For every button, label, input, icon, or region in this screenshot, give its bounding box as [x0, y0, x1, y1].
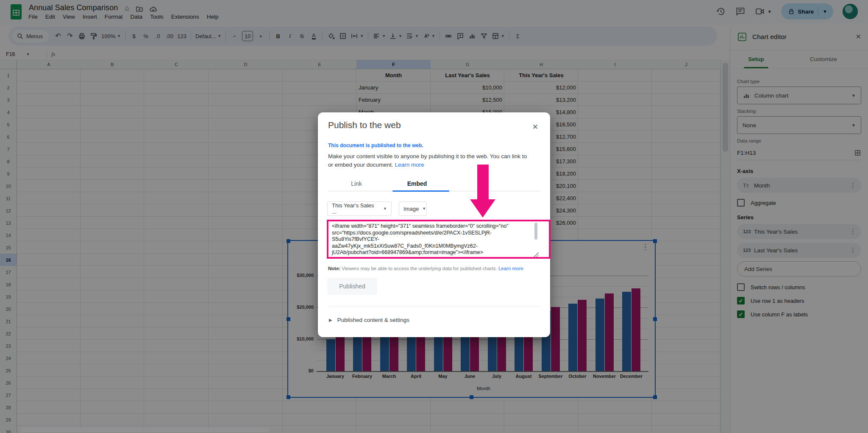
published-content-dropdown[interactable]: This Year's Sales ... ▼ — [327, 201, 392, 216]
format-dropdown-value: Image — [403, 206, 419, 212]
dialog-description: Make your content visible to anyone by p… — [328, 152, 543, 169]
note-text: Viewers may be able to access the underl… — [340, 266, 498, 271]
expander-label: Published content & settings — [337, 317, 409, 323]
textarea-resize-handle[interactable] — [534, 252, 539, 257]
textarea-scrollbar-thumb[interactable] — [534, 223, 537, 240]
divider — [328, 306, 540, 306]
description-line2: or embed your document. — [328, 162, 393, 168]
published-button[interactable]: Published — [327, 278, 377, 295]
published-notice: This document is published to the web. — [328, 142, 423, 148]
expand-arrow-icon: ▶ — [329, 318, 332, 322]
chevron-down-icon: ▼ — [422, 207, 426, 211]
annotation-arrow-head — [470, 199, 495, 218]
description-line1: Make your content visible to anyone by p… — [328, 153, 527, 159]
active-tab-underline — [392, 190, 449, 192]
learn-more-link[interactable]: Learn more — [395, 162, 424, 168]
tab-embed[interactable]: Embed — [385, 176, 449, 191]
published-content-settings-expander[interactable]: ▶ Published content & settings — [329, 317, 409, 323]
horizontal-scrollbar-thumb[interactable] — [21, 428, 269, 432]
note-label: Note: — [328, 266, 340, 271]
annotation-arrow-shaft — [477, 165, 489, 200]
embed-format-dropdown[interactable]: Image ▼ — [399, 201, 427, 216]
dialog-note: Note: Viewers may be able to access the … — [328, 266, 523, 271]
publish-to-web-dialog: Publish to the web ✕ This document is pu… — [318, 112, 550, 337]
content-dropdown-value: This Year's Sales ... — [332, 202, 380, 215]
embed-code-textarea[interactable]: <iframe width="871" height="371" seamles… — [327, 220, 551, 259]
close-icon[interactable]: ✕ — [532, 123, 538, 131]
published-button-label: Published — [339, 283, 365, 290]
google-sheets-app: Annual Sales Comparison ☆ FileEditViewIn… — [0, 0, 868, 433]
dialog-title: Publish to the web — [328, 120, 401, 130]
publish-tabs: LinkEmbed — [328, 176, 540, 191]
note-learn-more-link[interactable]: Learn more — [498, 266, 523, 271]
tab-link[interactable]: Link — [328, 176, 385, 191]
chevron-down-icon: ▼ — [383, 207, 387, 211]
